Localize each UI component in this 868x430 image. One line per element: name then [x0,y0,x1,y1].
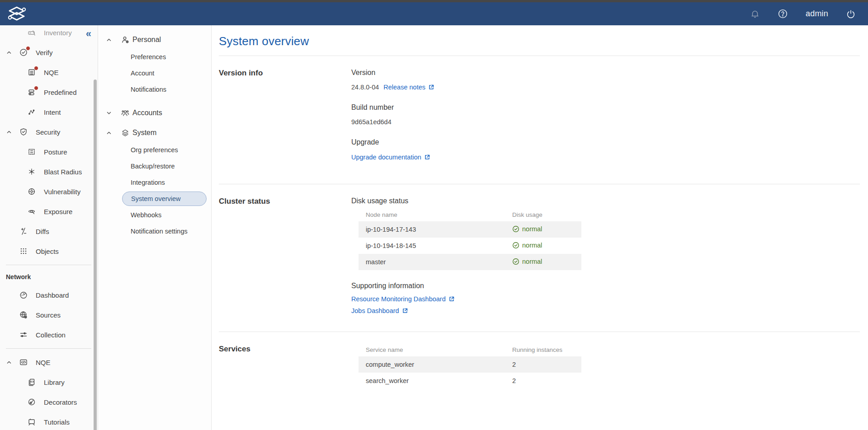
sidebar-item-collection[interactable]: Collection [0,325,98,345]
table-row: compute_worker 2 [359,356,581,373]
external-link-icon [448,296,455,302]
people-group-icon [121,108,130,117]
sidebar-item-objects[interactable]: Objects [0,241,98,261]
node-name-cell: master [359,258,512,266]
release-notes-link[interactable]: Release notes [383,84,434,91]
sidebar-item-security[interactable]: Security [0,122,98,142]
sidebar-item-diffs[interactable]: Diffs [0,221,98,241]
version-value: 24.8.0-04 [351,84,379,91]
disk-usage-status-heading: Disk usage status [351,197,860,205]
sidebar-item-library[interactable]: Library [0,372,98,392]
running-instances-cell: 2 [512,361,581,368]
sidebar-scroll-area: Inventory Verify NQE [0,25,98,430]
sidebar-item-inventory[interactable]: Inventory [0,25,98,42]
chevron-up-icon [105,36,113,43]
library-docs-icon [27,378,36,387]
jobs-dashboard-link[interactable]: Jobs Dashboard [351,307,860,314]
chevron-up-icon [5,359,13,366]
main-content: System overview Version info Version 24.… [212,25,868,430]
exposure-magnifier-icon [27,207,36,216]
settings-item-notification-settings[interactable]: Notification settings [98,223,211,239]
forward-networks-logo[interactable] [6,6,27,22]
settings-item-integrations[interactable]: Integrations [98,174,211,191]
power-icon[interactable] [845,9,856,19]
inventory-icon [27,28,36,37]
sidebar-item-posture[interactable]: Posture [0,142,98,162]
settings-item-org-preferences[interactable]: Org preferences [98,142,211,158]
blast-radius-icon [27,167,36,176]
services-table-header: Service name Running instances [359,343,581,356]
settings-group-personal[interactable]: Personal [98,31,211,49]
supporting-information-heading: Supporting information [351,282,860,290]
help-icon[interactable] [778,9,788,19]
settings-item-preferences[interactable]: Preferences [98,49,211,65]
settings-group-system[interactable]: System [98,124,211,142]
settings-nav: Personal Preferences Account Notificatio… [98,25,212,430]
user-menu[interactable]: admin [806,9,828,19]
sidebar-item-sources[interactable]: Sources [0,305,98,325]
chevron-up-icon [105,129,113,136]
settings-item-account[interactable]: Account [98,65,211,81]
resource-monitoring-dashboard-link[interactable]: Resource Monitoring Dashboard [351,295,860,303]
settings-item-notifications[interactable]: Notifications [98,81,211,98]
status-badge: normal [512,225,542,233]
sidebar-item-dashboard[interactable]: Dashboard [0,285,98,305]
services-section: Services Service name Running instances … [219,332,860,389]
sidebar-item-nqe-checks[interactable]: NQE [0,62,98,82]
sidebar-scrollbar[interactable] [94,79,97,430]
sidebar-item-predefined[interactable]: Predefined [0,82,98,102]
settings-group-accounts[interactable]: Accounts [98,104,211,122]
external-link-icon [402,308,408,314]
nqe-badge [34,66,38,70]
sidebar-item-tutorials[interactable]: Tutorials [0,412,98,430]
decorator-circle-icon [27,397,36,407]
version-info-heading: Version info [219,69,351,78]
check-circle-icon [512,242,519,249]
sliders-icon [19,330,28,339]
node-name-cell: ip-10-194-17-143 [359,226,512,233]
disk-usage-table-header: Node name Disk usage [359,208,581,221]
sidebar-divider [6,265,91,265]
table-row: ip-10-194-17-143 normal [359,221,581,238]
external-link-icon [424,154,430,160]
chevron-up-icon [5,49,13,56]
speedometer-icon [19,290,28,299]
sidebar-item-vulnerability[interactable]: Vulnerability [0,182,98,201]
sidebar-item-decorators[interactable]: Decorators [0,392,98,412]
shield-icon [19,127,28,136]
table-row: search_worker 2 [359,373,581,389]
settings-item-webhooks[interactable]: Webhooks [98,207,211,223]
service-name-cell: search_worker [359,377,512,384]
build-number-value: 9d65a1ed6d4 [351,118,860,126]
node-name-cell: ip-10-194-18-145 [359,242,512,249]
service-name-cell: compute_worker [359,361,512,368]
notifications-bell-icon[interactable] [750,9,760,19]
settings-item-system-overview[interactable]: System overview [122,192,207,206]
disk-usage-table: Node name Disk usage ip-10-194-17-143 no… [359,208,581,270]
upgrade-documentation-link[interactable]: Upgrade documentation [351,154,430,161]
status-badge: normal [512,242,542,249]
verify-icon [19,48,28,57]
settings-item-backup-restore[interactable]: Backup/restore [98,158,211,174]
stacked-layers-icon [121,128,130,137]
person-gear-icon [121,35,130,44]
predefined-badge [34,86,38,90]
sidebar-item-exposure[interactable]: Exposure [0,201,98,221]
sidebar-item-intent[interactable]: Intent [0,102,98,122]
sidebar-item-verify[interactable]: Verify [0,42,98,62]
plus-minus-icon [19,227,28,236]
code-brackets-icon [19,358,28,367]
page-title: System overview [219,34,860,48]
check-circle-icon [512,258,519,265]
tutorials-board-icon [27,417,36,426]
report-doc-icon [27,68,36,77]
column-header-service-name: Service name [359,346,512,353]
sidebar-item-blast-radius[interactable]: Blast Radius [0,162,98,182]
cluster-status-heading: Cluster status [219,197,351,206]
sidebar-divider [6,348,91,349]
sidebar-item-nqe-group[interactable]: NQE [0,352,98,372]
chevron-down-icon [105,109,113,117]
globe-gear-icon [19,310,28,319]
predefined-checks-icon [27,88,36,97]
column-header-disk-usage: Disk usage [512,211,581,218]
